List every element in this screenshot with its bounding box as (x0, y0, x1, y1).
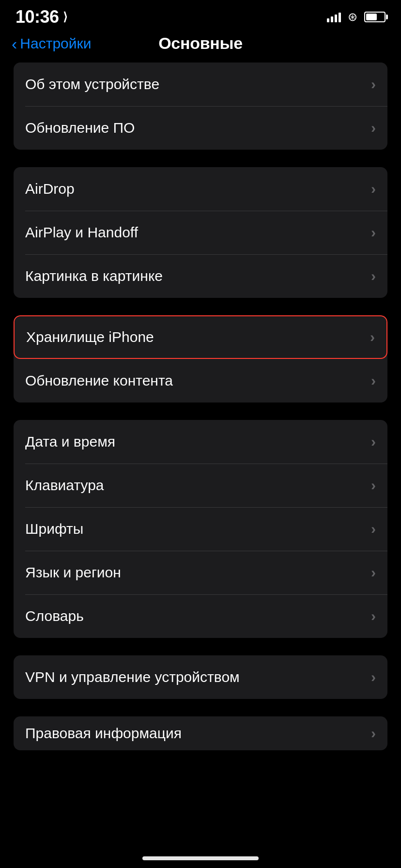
settings-row-iphone-storage[interactable]: Хранилище iPhone › (14, 315, 387, 359)
status-icons: ⊛ (327, 10, 386, 24)
nav-header: ‹ Настройки Основные (0, 29, 401, 62)
back-button[interactable]: ‹ Настройки (12, 35, 91, 52)
chevron-about: › (371, 76, 376, 93)
chevron-airdrop: › (371, 181, 376, 197)
about-label: Об этом устройстве (25, 76, 159, 93)
chevron-language-region: › (371, 564, 376, 581)
settings-group-4: Дата и время › Клавиатура › Шрифты › Язы… (14, 420, 387, 638)
time-display: 10:36 (15, 7, 59, 27)
dictionary-label: Словарь (25, 608, 84, 624)
chevron-dictionary: › (371, 608, 376, 624)
chevron-content-update: › (371, 372, 376, 389)
date-time-label: Дата и время (25, 434, 115, 450)
chevron-legal: › (371, 725, 376, 742)
back-label: Настройки (20, 35, 91, 52)
airplay-handoff-label: AirPlay и Handoff (25, 224, 138, 241)
wifi-icon: ⊛ (348, 10, 357, 24)
settings-group-6: Правовая информация › (14, 716, 387, 750)
chevron-fonts: › (371, 521, 376, 537)
home-indicator (142, 856, 259, 860)
settings-row-content-update[interactable]: Обновление контента › (14, 359, 387, 403)
settings-group-1: Об этом устройстве › Обновление ПО › (14, 62, 387, 150)
settings-row-keyboard[interactable]: Клавиатура › (14, 464, 387, 507)
pip-label: Картинка в картинке (25, 268, 163, 284)
settings-row-about[interactable]: Об этом устройстве › (14, 62, 387, 106)
signal-bar-3 (335, 15, 337, 22)
chevron-pip: › (371, 268, 376, 284)
signal-bars (327, 12, 341, 22)
location-icon: ⟩ (63, 10, 67, 24)
settings-row-language-region[interactable]: Язык и регион › (14, 551, 387, 594)
legal-label: Правовая информация (25, 725, 182, 742)
chevron-keyboard: › (371, 477, 376, 494)
vpn-label: VPN и управление устройством (25, 669, 240, 685)
battery-icon (364, 12, 386, 22)
language-region-label: Язык и регион (25, 564, 121, 581)
chevron-airplay-handoff: › (371, 224, 376, 241)
settings-row-software-update[interactable]: Обновление ПО › (14, 106, 387, 150)
settings-row-legal[interactable]: Правовая информация › (14, 716, 387, 750)
settings-group-5: VPN и управление устройством › (14, 655, 387, 699)
battery-fill (366, 14, 377, 20)
settings-group-3: Хранилище iPhone › Обновление контента › (14, 315, 387, 403)
content-update-label: Обновление контента (25, 372, 173, 389)
fonts-label: Шрифты (25, 521, 83, 537)
settings-content: Об этом устройстве › Обновление ПО › Air… (0, 62, 401, 808)
chevron-vpn: › (371, 669, 376, 685)
settings-row-pip[interactable]: Картинка в картинке › (14, 254, 387, 298)
chevron-software-update: › (371, 120, 376, 136)
settings-row-date-time[interactable]: Дата и время › (14, 420, 387, 464)
airdrop-label: AirDrop (25, 181, 75, 197)
software-update-label: Обновление ПО (25, 120, 135, 136)
signal-bar-1 (327, 18, 329, 22)
chevron-iphone-storage: › (370, 329, 375, 345)
back-chevron-icon: ‹ (12, 35, 17, 52)
keyboard-label: Клавиатура (25, 477, 104, 494)
signal-bar-4 (339, 13, 341, 22)
settings-row-dictionary[interactable]: Словарь › (14, 594, 387, 638)
page-title: Основные (158, 34, 243, 53)
status-time: 10:36 ⟩ (15, 7, 67, 27)
chevron-date-time: › (371, 434, 376, 450)
status-bar: 10:36 ⟩ ⊛ (0, 0, 401, 29)
signal-bar-2 (331, 16, 333, 22)
settings-row-airdrop[interactable]: AirDrop › (14, 167, 387, 211)
settings-row-fonts[interactable]: Шрифты › (14, 507, 387, 551)
iphone-storage-label: Хранилище iPhone (26, 329, 154, 345)
settings-row-airplay-handoff[interactable]: AirPlay и Handoff › (14, 211, 387, 254)
settings-row-vpn[interactable]: VPN и управление устройством › (14, 655, 387, 699)
settings-group-2: AirDrop › AirPlay и Handoff › Картинка в… (14, 167, 387, 298)
